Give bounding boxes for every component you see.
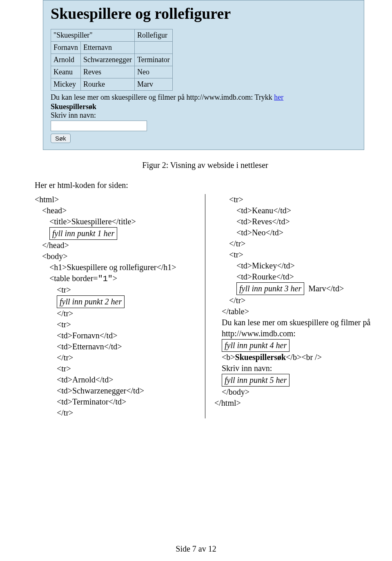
header-role: Rollefigur (134, 29, 172, 42)
blank-5: fyll inn punkt 5 her (222, 374, 290, 387)
table-row: Arnold Schwarzenegger Terminator (51, 54, 173, 66)
table-row: Keanu Reves Neo (51, 66, 173, 78)
search-input[interactable] (51, 121, 147, 131)
search-title: Skuespillersøk (51, 103, 356, 111)
blank-4: fyll inn punkt 4 her (222, 339, 290, 352)
blank-2: fyll inn punkt 2 her (57, 295, 125, 308)
code-left: <html> <head> <title>Skuespillere</title… (35, 194, 196, 418)
subheader-first: Fornavn (51, 42, 81, 54)
info-line: Du kan lese mer om skuespillere og filme… (51, 93, 356, 102)
browser-screenshot: Skuespillere og rollefigurer "Skuespille… (43, 0, 364, 150)
blank-3: fyll inn punkt 3 her (236, 282, 304, 295)
actor-table: "Skuespiller" Rollefigur Fornavn Etterna… (51, 29, 173, 91)
blank-1: fyll inn punkt 1 her (49, 227, 117, 240)
column-divider (205, 194, 205, 418)
search-label: Skriv inn navn: (51, 111, 356, 120)
header-actor: "Skuespiller" (51, 29, 135, 42)
page-heading: Skuespillere og rollefigurer (51, 4, 356, 22)
table-row: Mickey Rourke Marv (51, 78, 173, 91)
code-right: <tr> <td>Keanu</td> <td>Reves</td> <td>N… (214, 194, 376, 418)
imdb-link[interactable]: her (274, 93, 283, 101)
code-columns: <html> <head> <title>Skuespillere</title… (35, 194, 376, 418)
intro-text: Her er html-koden for siden: (35, 181, 376, 190)
figure-caption: Figur 2: Visning av webside i nettleser (35, 161, 376, 170)
page-footer: Side 7 av 12 (0, 544, 392, 554)
subheader-last: Etternavn (81, 42, 135, 54)
search-button[interactable]: Søk (51, 134, 71, 143)
